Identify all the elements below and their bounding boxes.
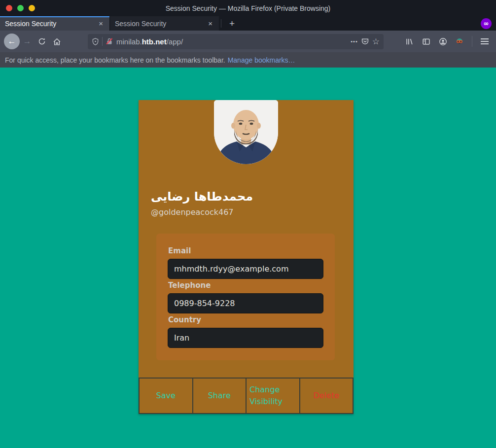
country-field[interactable] — [168, 328, 323, 348]
profile-name: محمدطاها رضایی — [151, 190, 341, 204]
page-actions-icon[interactable]: ••• — [351, 38, 358, 44]
bookmark-star-icon[interactable]: ☆ — [372, 36, 380, 47]
sidebar-icon — [422, 37, 430, 46]
sidebar-button[interactable] — [419, 34, 433, 49]
window-title: Session Security — Mozilla Firefox (Priv… — [0, 4, 496, 12]
reload-button[interactable] — [35, 34, 49, 49]
tab-close-icon[interactable]: × — [96, 18, 106, 29]
telephone-label: Telephone — [168, 281, 323, 290]
avatar — [214, 100, 278, 164]
share-button[interactable]: Share — [193, 379, 247, 413]
urlbar-divider — [102, 37, 103, 46]
url-text[interactable]: minilab.htb.net/app/ — [116, 37, 348, 46]
toolbar-divider — [472, 36, 472, 47]
url-prefix: minilab. — [116, 37, 142, 46]
profile-card: محمدطاها رضایی @goldenpeacock467 Email T… — [139, 100, 354, 414]
manage-bookmarks-link[interactable]: Manage bookmarks… — [228, 56, 295, 64]
title-bar: Session Security — Mozilla Firefox (Priv… — [0, 0, 496, 16]
home-button[interactable] — [49, 34, 64, 49]
account-icon — [439, 37, 447, 46]
tab-close-icon[interactable]: × — [206, 18, 215, 29]
account-button[interactable] — [435, 34, 450, 49]
page-content: محمدطاها رضایی @goldenpeacock467 Email T… — [0, 68, 496, 448]
tab-session-security-active[interactable]: Session Security × — [0, 16, 109, 31]
country-label: Country — [168, 315, 323, 324]
url-path: /app/ — [167, 37, 183, 46]
delete-button[interactable]: Delete — [300, 379, 353, 413]
navigation-toolbar: ← → minilab.htb.net/app/ ••• — [0, 31, 496, 52]
active-tab-indicator — [0, 16, 109, 17]
avatar-photo — [214, 100, 278, 164]
pocket-icon[interactable] — [361, 37, 369, 46]
hamburger-icon — [481, 38, 489, 39]
bookmarks-hint-text: For quick access, place your bookmarks h… — [5, 56, 225, 64]
tabbar-spacer — [241, 16, 481, 31]
change-visibility-button[interactable]: Change Visibility — [247, 379, 300, 413]
extension-button[interactable] — [452, 34, 467, 49]
tab-label: Session Security — [5, 20, 96, 28]
toolbar-right-group — [402, 34, 492, 49]
profile-form-panel: Email Telephone Country — [156, 234, 335, 360]
home-icon — [53, 37, 61, 46]
spy-extension-icon — [455, 37, 464, 46]
tab-label: Session Security — [115, 20, 206, 28]
save-button[interactable]: Save — [140, 379, 193, 413]
forward-button[interactable]: → — [20, 34, 35, 49]
url-bar[interactable]: minilab.htb.net/app/ ••• ☆ — [88, 34, 384, 49]
tracking-protection-shield-icon[interactable] — [92, 37, 99, 46]
email-field[interactable] — [168, 259, 323, 279]
library-button[interactable] — [402, 34, 417, 49]
profile-handle: @goldenpeacock467 — [151, 207, 234, 217]
tab-session-security[interactable]: Session Security × — [109, 16, 219, 31]
bookmarks-toolbar: For quick access, place your bookmarks h… — [0, 52, 496, 68]
library-icon — [405, 37, 414, 46]
new-tab-button[interactable]: + — [223, 16, 241, 31]
back-icon: ← — [8, 36, 16, 46]
email-label: Email — [168, 246, 323, 255]
menu-button[interactable] — [477, 38, 492, 44]
back-button[interactable]: ← — [4, 34, 20, 49]
reload-icon — [38, 37, 46, 45]
url-domain: htb.net — [142, 37, 167, 46]
tab-divider — [221, 19, 221, 28]
tab-bar: Session Security × Session Security × + … — [0, 16, 496, 31]
profile-actions: Save Share Change Visibility Delete — [139, 378, 354, 414]
private-browsing-mask-icon: ∞ — [481, 18, 492, 29]
insecure-lock-icon[interactable] — [106, 37, 113, 45]
forward-icon: → — [23, 36, 32, 46]
telephone-field[interactable] — [168, 293, 323, 313]
